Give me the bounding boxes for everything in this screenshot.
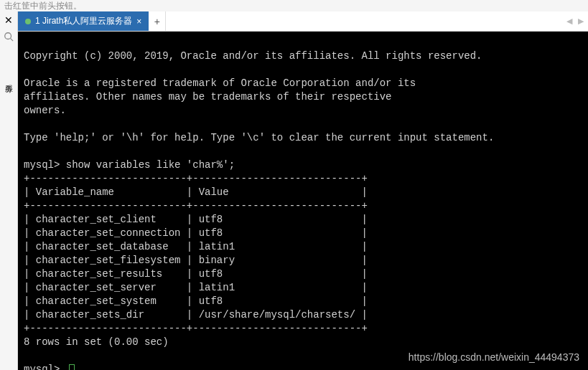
terminal-line: 8 rows in set (0.00 sec) (24, 336, 169, 348)
table-row: | character_set_server | latin1 | (24, 282, 368, 293)
terminal-line: Oracle is a registered trademark of Orac… (24, 77, 416, 89)
terminal-line: Copyright (c) 2000, 2019, Oracle and/or … (24, 50, 482, 62)
tab-nav: ◀ ▶ (562, 11, 588, 31)
table-row: | character_set_results | utf8 | (24, 268, 368, 280)
close-icon[interactable]: ✕ (4, 14, 13, 26)
terminal-line: affiliates. Other names may be trademark… (24, 91, 391, 103)
table-header: | Variable_name | Value | (24, 186, 368, 198)
svg-point-0 (5, 33, 11, 39)
top-hint-strip: 击红筐中前头按钮。 (0, 0, 588, 11)
right-area: 1 Jirath私人阿里云服务器 × + ◀ ▶ Copyright (c) 2… (18, 11, 588, 370)
table-border: +--------------------------+------------… (24, 200, 368, 212)
terminal[interactable]: Copyright (c) 2000, 2019, Oracle and/or … (18, 32, 588, 370)
left-sidebar: ✕ 服务 (0, 11, 18, 370)
table-row: | character_set_filesystem | binary | (24, 255, 368, 266)
table-row: | character_set_client | utf8 | (24, 214, 368, 225)
prompt: mysql> (24, 363, 66, 370)
svg-line-1 (11, 39, 14, 42)
terminal-line: owners. (24, 105, 66, 116)
table-row: | character_set_connection | utf8 | (24, 227, 368, 239)
tabbar: 1 Jirath私人阿里云服务器 × + ◀ ▶ (18, 11, 588, 32)
tab-active[interactable]: 1 Jirath私人阿里云服务器 × (18, 11, 149, 31)
tab-close-icon[interactable]: × (136, 16, 141, 27)
table-border: +--------------------------+------------… (24, 173, 368, 184)
terminal-line: mysql> show variables like 'char%'; (24, 159, 235, 171)
tab-next-icon[interactable]: ▶ (578, 16, 584, 26)
status-dot-icon (25, 19, 31, 24)
table-row: | character_set_database | latin1 | (24, 241, 368, 252)
table-row: | character_set_system | utf8 | (24, 295, 368, 307)
tab-prev-icon[interactable]: ◀ (566, 16, 572, 26)
cursor-icon (69, 364, 75, 370)
terminal-line: Type 'help;' or '\h' for help. Type '\c'… (24, 132, 494, 143)
main-row: ✕ 服务 1 Jirath私人阿里云服务器 × + ◀ ▶ Copyright … (0, 11, 588, 370)
table-border: +--------------------------+------------… (24, 323, 368, 334)
search-icon[interactable] (4, 32, 14, 44)
watermark: https://blog.csdn.net/weixin_44494373 (409, 351, 579, 364)
tab-title: 1 Jirath私人阿里云服务器 (35, 15, 132, 27)
add-tab-button[interactable]: + (149, 11, 166, 31)
table-row: | character_sets_dir | /usr/share/mysql/… (24, 309, 368, 321)
